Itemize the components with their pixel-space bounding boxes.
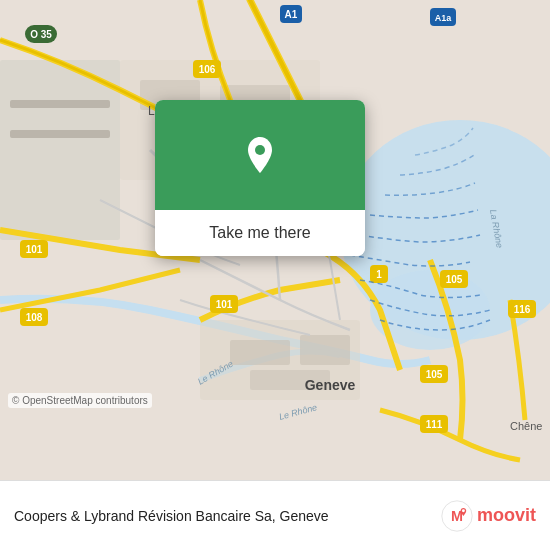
svg-text:O 35: O 35: [30, 29, 52, 40]
svg-rect-12: [10, 130, 110, 138]
svg-rect-11: [10, 100, 110, 108]
bottom-bar: Coopers & Lybrand Révision Bancaire Sa, …: [0, 480, 550, 550]
svg-rect-5: [300, 335, 350, 365]
svg-text:101: 101: [26, 244, 43, 255]
location-pin-icon: [238, 133, 282, 177]
svg-text:Chêne: Chêne: [510, 420, 542, 432]
svg-text:105: 105: [446, 274, 463, 285]
svg-point-43: [255, 145, 265, 155]
svg-text:116: 116: [514, 304, 531, 315]
svg-text:101: 101: [216, 299, 233, 310]
svg-rect-10: [0, 60, 120, 240]
svg-text:108: 108: [26, 312, 43, 323]
svg-text:A1a: A1a: [435, 13, 453, 23]
moovit-logo: M moovit: [441, 500, 536, 532]
svg-text:Geneve: Geneve: [305, 377, 356, 393]
svg-text:A1: A1: [285, 9, 298, 20]
popup-card: Take me there: [155, 100, 365, 256]
map-container: Le Rhône Le Rhône La Rhône O 35 A1 A1a 1…: [0, 0, 550, 480]
moovit-text: moovit: [477, 505, 536, 526]
svg-text:111: 111: [426, 419, 443, 430]
svg-text:105: 105: [426, 369, 443, 380]
take-me-there-button[interactable]: Take me there: [155, 210, 365, 256]
svg-text:1: 1: [376, 269, 382, 280]
svg-text:106: 106: [199, 64, 216, 75]
svg-point-46: [462, 509, 465, 512]
moovit-icon: M: [441, 500, 473, 532]
popup-header: [155, 100, 365, 210]
place-name: Coopers & Lybrand Révision Bancaire Sa, …: [14, 508, 431, 524]
map-attribution: © OpenStreetMap contributors: [8, 393, 152, 408]
svg-rect-4: [230, 340, 290, 365]
